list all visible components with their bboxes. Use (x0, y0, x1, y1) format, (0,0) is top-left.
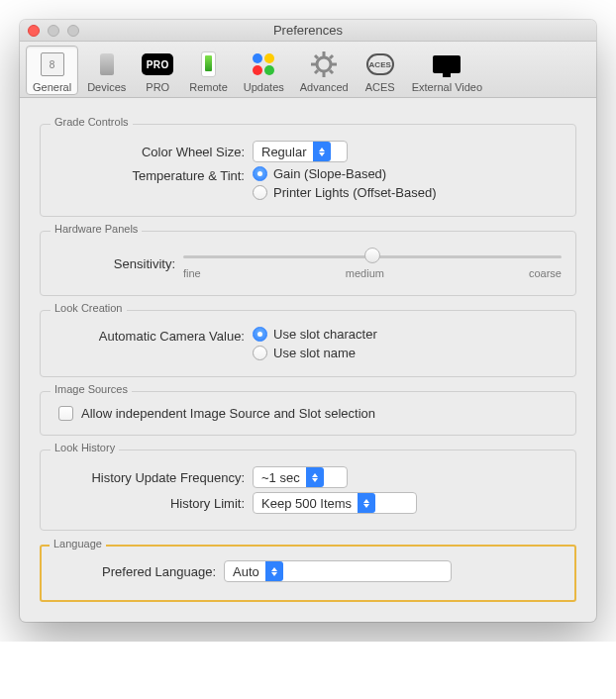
preferences-window: Preferences General Devices PRO PRO Remo… (20, 20, 596, 622)
pro-icon: PRO (142, 49, 173, 80)
stepper-icon (358, 493, 375, 513)
svg-line-7 (330, 55, 333, 58)
tab-pro[interactable]: PRO PRO (135, 46, 180, 95)
allow-independent-image-source-checkbox[interactable]: Allow independent Image Source and Slot … (54, 404, 562, 423)
group-grade-controls: Grade Controls Color Wheel Size: Regular… (40, 124, 576, 217)
svg-line-5 (315, 55, 318, 58)
updates-icon (248, 49, 279, 80)
history-limit-select[interactable]: Keep 500 Items (253, 492, 417, 514)
svg-point-0 (317, 57, 331, 71)
temperature-tint-radiogroup: Gain (Slope-Based) Printer Lights (Offse… (253, 166, 437, 200)
toolbar: General Devices PRO PRO Remote Updates (20, 42, 596, 98)
tab-advanced[interactable]: Advanced (293, 46, 356, 95)
legend: Look History (51, 442, 119, 453)
stepper-icon (306, 467, 324, 487)
radio-label: Use slot name (273, 346, 356, 360)
tab-devices[interactable]: Devices (80, 46, 133, 95)
select-value: Regular (254, 145, 313, 159)
select-value: Auto (225, 564, 265, 579)
gear-icon (311, 51, 337, 77)
group-look-creation: Look Creation Automatic Camera Value: Us… (40, 310, 576, 377)
stepper-icon (265, 561, 283, 581)
preferred-language-select[interactable]: Auto (224, 560, 452, 582)
tick-coarse: coarse (529, 267, 562, 279)
tab-general[interactable]: General (26, 46, 78, 95)
tab-label: External Video (412, 81, 482, 93)
group-image-sources: Image Sources Allow independent Image So… (40, 391, 576, 436)
preferred-language-label: Prefered Language: (55, 564, 224, 579)
aces-icon: ACES (364, 49, 396, 80)
tab-updates[interactable]: Updates (237, 46, 291, 95)
checkbox-label: Allow independent Image Source and Slot … (81, 406, 375, 421)
tab-label: General (33, 81, 71, 93)
tab-external-video[interactable]: External Video (405, 46, 489, 95)
checkbox-icon (58, 406, 73, 421)
slider-ticks: fine medium coarse (183, 267, 562, 279)
group-hardware-panels: Hardware Panels Sensitivity: fine medium… (40, 231, 576, 296)
svg-line-6 (330, 70, 333, 73)
radio-icon (253, 185, 267, 200)
remote-icon (193, 49, 225, 80)
radio-printer-lights[interactable]: Printer Lights (Offset-Based) (253, 185, 437, 200)
select-value: ~1 sec (254, 470, 306, 485)
sensitivity-slider[interactable] (183, 248, 562, 265)
tab-label: PRO (146, 81, 169, 93)
group-language: Language Prefered Language: Auto (40, 545, 576, 602)
radio-gain[interactable]: Gain (Slope-Based) (253, 166, 437, 181)
tick-medium: medium (346, 267, 384, 279)
group-look-history: Look History History Update Frequency: ~… (40, 449, 576, 531)
select-value: Keep 500 Items (254, 496, 358, 511)
history-update-frequency-label: History Update Frequency: (54, 470, 253, 485)
tab-aces[interactable]: ACES ACES (358, 46, 403, 95)
svg-line-8 (315, 70, 318, 73)
legend: Look Creation (51, 302, 127, 314)
radio-use-slot-name[interactable]: Use slot name (253, 346, 377, 360)
temperature-tint-label: Temperature & Tint: (54, 166, 253, 183)
tab-label: Remote (189, 81, 228, 93)
tab-label: Updates (244, 81, 284, 93)
stepper-icon (313, 142, 331, 161)
color-wheel-size-select[interactable]: Regular (253, 141, 348, 162)
legend: Hardware Panels (51, 223, 142, 235)
history-update-frequency-select[interactable]: ~1 sec (253, 466, 348, 488)
external-video-icon (431, 49, 462, 80)
tick-fine: fine (183, 267, 201, 279)
advanced-icon (308, 49, 340, 80)
radio-label: Use slot character (273, 327, 377, 342)
titlebar: Preferences (20, 20, 596, 42)
tab-label: ACES (365, 81, 395, 93)
automatic-camera-value-radiogroup: Use slot character Use slot name (253, 327, 377, 360)
window-title: Preferences (20, 23, 596, 38)
radio-use-slot-character[interactable]: Use slot character (253, 327, 377, 342)
slider-knob[interactable] (364, 248, 380, 263)
automatic-camera-value-label: Automatic Camera Value: (54, 327, 253, 344)
general-icon (37, 49, 68, 80)
radio-icon (253, 346, 267, 360)
color-wheel-size-label: Color Wheel Size: (54, 145, 253, 159)
content: Grade Controls Color Wheel Size: Regular… (20, 98, 596, 622)
legend: Grade Controls (51, 116, 133, 128)
legend: Image Sources (51, 383, 132, 395)
radio-label: Printer Lights (Offset-Based) (273, 185, 437, 200)
legend: Language (50, 538, 106, 549)
history-limit-label: History Limit: (54, 496, 253, 511)
radio-icon (253, 166, 267, 181)
radio-label: Gain (Slope-Based) (273, 166, 386, 181)
tab-label: Devices (87, 81, 126, 93)
radio-icon (253, 327, 267, 342)
devices-icon (91, 49, 123, 80)
sensitivity-label: Sensitivity: (54, 256, 183, 271)
tab-remote[interactable]: Remote (182, 46, 235, 95)
tab-label: Advanced (300, 81, 349, 93)
